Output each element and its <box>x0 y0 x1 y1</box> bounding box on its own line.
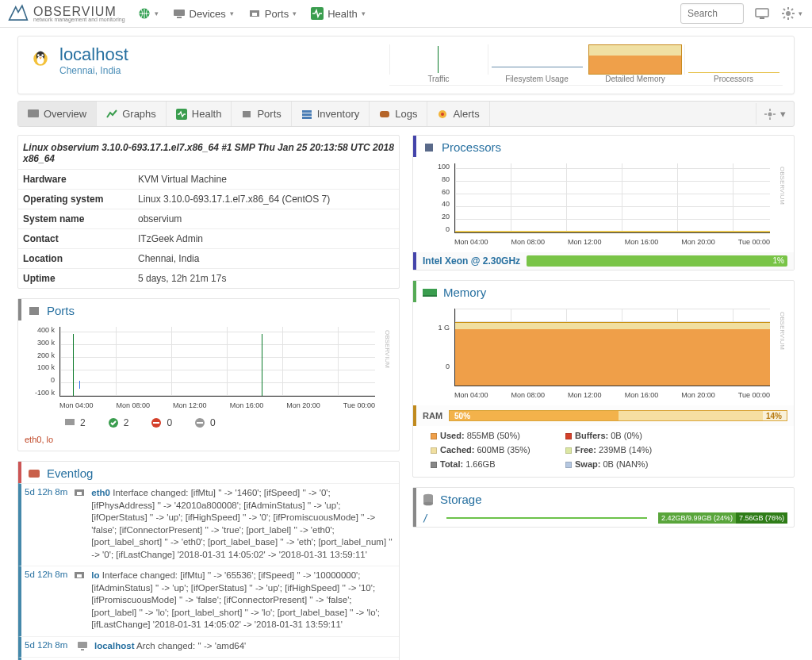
port-icon <box>74 570 85 581</box>
tab-settings[interactable]: ▾ <box>756 103 794 125</box>
svg-point-21 <box>37 54 40 56</box>
tab-ports[interactable]: Ports <box>232 102 291 126</box>
svg-rect-5 <box>252 13 257 16</box>
eventlog-row[interactable]: 5d 12h 8meth0 Interface changed: [ifMtu]… <box>18 483 399 566</box>
memory-icon <box>423 289 437 297</box>
svg-point-69 <box>423 501 433 505</box>
tab-inventory[interactable]: Inventory <box>292 102 370 126</box>
thumb-processors[interactable]: Processors <box>684 44 783 86</box>
svg-rect-7 <box>756 9 768 17</box>
svg-line-15 <box>791 17 793 18</box>
system-uname: Linux observium 3.10.0-693.17.1.el7.x86_… <box>18 136 399 169</box>
display-icon[interactable] <box>755 8 769 19</box>
thumb-traffic[interactable]: Traffic <box>389 44 488 86</box>
device-tabs: Overview Graphs Health Ports Inventory L… <box>17 101 795 127</box>
svg-rect-28 <box>302 113 312 116</box>
svg-point-9 <box>786 11 791 16</box>
port-total-icon <box>64 417 75 428</box>
event-time: 5d 12h 8m <box>25 570 67 579</box>
eventlog-row[interactable]: 5d 12h 8mlocalhost Distro_ver changed: '… <box>18 657 399 660</box>
svg-marker-0 <box>10 6 28 20</box>
storage-panel: Storage / 2.42GB/9.99GB (24%) 7.56GB (76… <box>412 487 795 528</box>
port-shutdown-icon <box>194 417 205 428</box>
svg-point-32 <box>441 113 444 116</box>
ports-stats: 2 2 0 0 <box>18 416 399 433</box>
ports-panel: Ports 400 k300 k200 k100 k0-100 k Mon 04… <box>17 298 400 451</box>
storage-row[interactable]: / 2.42GB/9.99GB (24%) 7.56GB (76%) <box>413 509 794 527</box>
svg-rect-47 <box>77 492 82 495</box>
svg-line-14 <box>783 9 785 10</box>
info-row: LocationChennai, India <box>18 248 399 268</box>
svg-rect-3 <box>177 17 182 18</box>
svg-rect-66 <box>423 295 437 297</box>
info-row: System nameobservium <box>18 209 399 228</box>
eventlog-row[interactable]: 5d 12h 8mlocalhost Arch changed: '' -> '… <box>18 636 399 658</box>
port-links[interactable]: eth0, lo <box>18 433 399 451</box>
svg-rect-42 <box>153 422 159 424</box>
device-location[interactable]: Chennai, India <box>59 65 128 76</box>
tab-graphs[interactable]: Graphs <box>97 102 167 126</box>
svg-rect-29 <box>302 117 312 119</box>
settings-menu[interactable]: ▾ <box>780 4 804 23</box>
storage-icon <box>423 493 434 506</box>
ports-chart[interactable]: 400 k300 k200 k100 k0-100 k Mon 04:00Mon… <box>23 324 394 411</box>
processors-title: Processors <box>442 140 501 154</box>
cpu-row[interactable]: Intel Xeon @ 2.30GHz 1% <box>413 252 794 270</box>
svg-rect-24 <box>28 109 39 117</box>
eventlog-row[interactable]: 5d 12h 8mlo Interface changed: [ifMtu] '… <box>18 566 399 636</box>
port-up-icon <box>108 417 119 428</box>
cpu-bar: 1% <box>527 255 787 267</box>
svg-line-17 <box>783 17 785 18</box>
svg-rect-65 <box>423 289 437 295</box>
tab-alerts[interactable]: Alerts <box>427 102 489 126</box>
device-hostname[interactable]: localhost <box>59 44 128 65</box>
nav-ports[interactable]: Ports▾ <box>247 5 298 23</box>
svg-rect-27 <box>302 110 312 113</box>
globe-menu[interactable]: ▾ <box>136 4 160 23</box>
tab-health[interactable]: Health <box>167 102 232 126</box>
linux-icon <box>29 48 52 70</box>
svg-line-16 <box>791 9 793 10</box>
nav-devices[interactable]: Devices▾ <box>171 5 236 23</box>
search-input[interactable] <box>680 3 744 24</box>
memory-chart[interactable]: 1 G0 Mon 04:00Mon 08:00Mon 12:00Mon 16:0… <box>418 305 789 401</box>
info-row: ContactITzGeek Admin <box>18 228 399 248</box>
eventlog-title: Eventlog <box>47 466 93 480</box>
svg-rect-49 <box>77 574 82 578</box>
svg-rect-38 <box>29 307 39 315</box>
event-time: 5d 12h 8m <box>25 640 71 650</box>
ports-icon <box>28 305 40 317</box>
thumb-memory[interactable]: Detailed Memory <box>586 44 684 86</box>
nav-health-label: Health <box>327 8 358 20</box>
host-icon <box>77 640 88 651</box>
eventlog-icon <box>28 468 40 479</box>
svg-rect-45 <box>29 470 40 478</box>
thumb-filesystem[interactable]: Filesystem Usage <box>488 44 586 86</box>
nav-health[interactable]: Health▾ <box>309 4 367 23</box>
svg-point-33 <box>768 112 772 116</box>
cpu-name: Intel Xeon @ 2.30GHz <box>423 255 520 267</box>
processors-chart[interactable]: 100806040200 Mon 04:00Mon 08:00Mon 12:00… <box>418 160 789 248</box>
port-icon <box>74 487 85 498</box>
svg-rect-8 <box>760 17 764 19</box>
ram-row[interactable]: RAM 50%14% <box>413 405 794 426</box>
svg-point-22 <box>41 54 44 56</box>
brand-logo[interactable]: OBSERVIUM network management and monitor… <box>8 3 125 24</box>
port-down-icon <box>151 417 162 428</box>
event-time: 5d 12h 8m <box>25 487 67 497</box>
event-subject: eth0 <box>91 488 110 497</box>
svg-point-20 <box>37 56 44 65</box>
device-header: localhost Chennai, India Traffic Filesys… <box>17 36 795 94</box>
nav-devices-label: Devices <box>190 8 226 20</box>
info-row: HardwareKVM Virtual Machine <box>18 169 399 189</box>
ram-label: RAM <box>423 411 442 420</box>
system-panel: Linux observium 3.10.0-693.17.1.el7.x86_… <box>17 135 400 289</box>
tab-logs[interactable]: Logs <box>370 102 427 126</box>
info-row: Uptime5 days, 12h 21m 17s <box>18 268 399 288</box>
ports-title: Ports <box>47 304 75 317</box>
memory-stats: Used: 855MB (50%) Buffers: 0B (0%) Cache… <box>413 426 794 477</box>
svg-rect-50 <box>78 642 87 648</box>
processors-panel: Processors 100806040200 Mon 04:00Mon 08:… <box>412 135 795 271</box>
tab-overview[interactable]: Overview <box>18 102 97 126</box>
storage-title: Storage <box>440 493 482 506</box>
